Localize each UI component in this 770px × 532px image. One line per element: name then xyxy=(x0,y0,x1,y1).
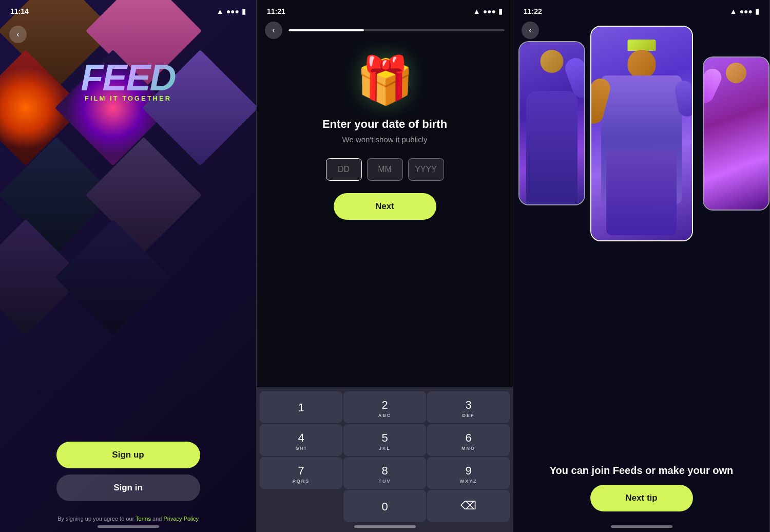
char-figure-right xyxy=(704,58,768,210)
key-7-sub: PQRS xyxy=(293,479,310,484)
phone1-cta-area: Sign up Sign in xyxy=(0,442,256,501)
char-left-shape xyxy=(526,91,578,204)
key-7[interactable]: 7 PQRS xyxy=(260,457,342,489)
char-right-head xyxy=(726,63,746,83)
key-empty xyxy=(260,490,342,522)
char-figure-left xyxy=(519,42,584,204)
key-8-sub: TUV xyxy=(379,479,391,484)
key-4-sub: GHI xyxy=(295,446,306,451)
key-7-num: 7 xyxy=(298,464,304,478)
key-3-num: 3 xyxy=(465,398,471,412)
day-input[interactable] xyxy=(326,158,362,181)
key-6-sub: MNO xyxy=(461,446,475,451)
phone2-header: ‹ xyxy=(257,15,513,43)
signal-icon-2: ●●● xyxy=(483,7,496,15)
key-5-num: 5 xyxy=(381,431,388,445)
status-bar-3: 11:22 ▲ ●●● ▮ xyxy=(513,0,769,15)
dob-input-group xyxy=(326,158,444,181)
key-2-num: 2 xyxy=(381,398,388,412)
back-button-1[interactable]: ‹ xyxy=(9,26,27,43)
home-indicator-2 xyxy=(354,525,416,528)
wifi-icon: ▲ xyxy=(217,7,224,15)
numeric-keypad: 1 2 ABC 3 DEF 4 GHI 5 JKL 6 MNO xyxy=(257,387,513,532)
delete-icon: ⌫ xyxy=(460,499,476,512)
phone-2: 11:21 ▲ ●●● ▮ ‹ 🎁 Enter your date of bir… xyxy=(257,0,513,532)
key-5-sub: JKL xyxy=(379,446,391,451)
keypad-grid: 1 2 ABC 3 DEF 4 GHI 5 JKL 6 MNO xyxy=(260,391,510,522)
terms-middle: and xyxy=(151,516,163,522)
key-4-num: 4 xyxy=(298,431,304,445)
back-button-3[interactable]: ‹ xyxy=(522,22,539,39)
key-9-sub: WXYZ xyxy=(460,479,477,484)
back-arrow-2: ‹ xyxy=(272,26,275,35)
key-delete[interactable]: ⌫ xyxy=(427,490,510,522)
battery-icon-2: ▮ xyxy=(498,7,503,15)
signin-button[interactable]: Sign in xyxy=(56,474,200,501)
status-icons-2: ▲ ●●● ▮ xyxy=(473,7,503,15)
key-4[interactable]: 4 GHI xyxy=(260,424,342,456)
wifi-icon-3: ▲ xyxy=(730,7,737,15)
key-6[interactable]: 6 MNO xyxy=(427,424,510,456)
phone2-content: 🎁 Enter your date of birth We won't show… xyxy=(257,43,513,387)
status-bar-1: 11:14 ▲ ●●● ▮ xyxy=(0,7,256,15)
time-display-1: 11:14 xyxy=(10,7,29,15)
char-center-head xyxy=(627,50,656,78)
battery-icon-3: ▮ xyxy=(755,7,759,15)
terms-prefix: By signing up you agree to our xyxy=(57,516,136,522)
phone-3: 11:22 ▲ ●●● ▮ ‹ xyxy=(513,0,770,532)
key-6-num: 6 xyxy=(465,431,471,445)
next-tip-button[interactable]: Next tip xyxy=(590,485,693,511)
key-8[interactable]: 8 TUV xyxy=(343,457,426,489)
back-button-2[interactable]: ‹ xyxy=(265,22,282,39)
key-3-sub: DEF xyxy=(463,413,475,418)
wifi-icon-2: ▲ xyxy=(473,7,480,15)
progress-fill xyxy=(288,29,364,31)
feed-logo: FEED xyxy=(81,56,175,99)
time-display-3: 11:22 xyxy=(524,7,542,15)
key-1-num: 1 xyxy=(298,401,304,414)
key-9-num: 9 xyxy=(465,464,471,478)
key-8-num: 8 xyxy=(381,464,388,478)
join-feeds-label: You can join Feeds or make your own xyxy=(550,465,733,477)
time-display-2: 11:21 xyxy=(267,7,285,15)
logo-container: FEED FILM IT TOGETHER xyxy=(81,56,175,102)
next-button[interactable]: Next xyxy=(334,193,436,220)
key-5[interactable]: 5 JKL xyxy=(343,424,426,456)
back-arrow-3: ‹ xyxy=(529,26,531,35)
key-0[interactable]: 0 xyxy=(343,490,426,522)
key-9[interactable]: 9 WXYZ xyxy=(427,457,510,489)
status-icons-3: ▲ ●●● ▮ xyxy=(730,7,759,15)
char-legs xyxy=(606,150,677,235)
phone-1: 11:14 ▲ ●●● ▮ ‹ FEED FILM IT TOGETHER Si… xyxy=(0,0,257,532)
status-bar-2: 11:21 ▲ ●●● ▮ xyxy=(257,0,513,15)
month-input[interactable] xyxy=(367,158,403,181)
privacy-link[interactable]: Privacy Policy xyxy=(164,516,199,522)
characters-area xyxy=(513,26,769,293)
character-card-left xyxy=(518,41,585,205)
home-indicator-3 xyxy=(611,525,672,528)
gift-icon: 🎁 xyxy=(356,53,414,107)
year-input[interactable] xyxy=(408,158,444,181)
signal-icon: ●●● xyxy=(226,7,239,15)
signup-button[interactable]: Sign up xyxy=(56,442,200,468)
key-0-num: 0 xyxy=(381,500,388,514)
back-arrow-1: ‹ xyxy=(16,30,19,39)
home-indicator-1 xyxy=(98,525,159,528)
status-icons-1: ▲ ●●● ▮ xyxy=(217,7,246,15)
key-3[interactable]: 3 DEF xyxy=(427,391,510,423)
battery-icon: ▮ xyxy=(242,7,246,15)
progress-bar xyxy=(288,29,505,31)
character-card-center xyxy=(590,26,693,241)
key-2[interactable]: 2 ABC xyxy=(343,391,426,423)
char-center-hat xyxy=(627,40,656,51)
char-left-head xyxy=(541,50,564,73)
phone3-cta-area: You can join Feeds or make your own Next… xyxy=(513,465,769,511)
signal-icon-3: ●●● xyxy=(740,7,753,15)
key-1[interactable]: 1 xyxy=(260,391,342,423)
tagline: FILM IT TOGETHER xyxy=(81,94,175,102)
character-card-right xyxy=(703,56,769,211)
terms-link[interactable]: Terms xyxy=(136,516,151,522)
dob-title: Enter your date of birth xyxy=(322,118,447,131)
dob-subtitle: We won't show it publicly xyxy=(342,135,428,144)
key-2-sub: ABC xyxy=(378,413,392,418)
